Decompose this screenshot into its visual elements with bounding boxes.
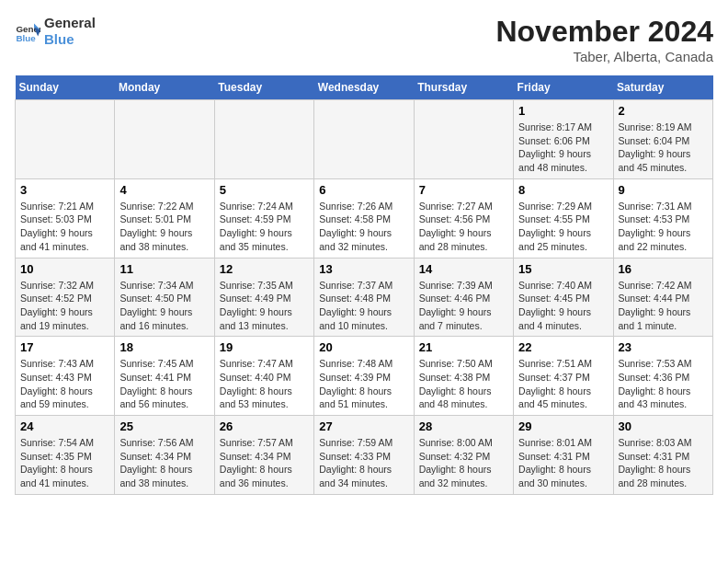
weekday-header-monday: Monday (115, 75, 214, 100)
week-row-4: 17Sunrise: 7:43 AM Sunset: 4:43 PM Dayli… (16, 337, 713, 416)
day-info: Sunrise: 7:29 AM Sunset: 4:55 PM Dayligh… (518, 200, 608, 254)
day-number: 14 (419, 262, 508, 276)
day-cell: 22Sunrise: 7:51 AM Sunset: 4:37 PM Dayli… (514, 337, 613, 416)
location: Taber, Alberta, Canada (495, 49, 713, 64)
day-number: 4 (119, 183, 209, 197)
weekday-header-tuesday: Tuesday (214, 75, 313, 100)
calendar-table: SundayMondayTuesdayWednesdayThursdayFrid… (15, 75, 713, 495)
day-cell: 1Sunrise: 8:17 AM Sunset: 6:06 PM Daylig… (514, 100, 613, 179)
day-info: Sunrise: 7:54 AM Sunset: 4:35 PM Dayligh… (20, 436, 109, 490)
day-info: Sunrise: 7:22 AM Sunset: 5:01 PM Dayligh… (119, 200, 209, 254)
day-number: 20 (319, 340, 408, 354)
day-info: Sunrise: 7:51 AM Sunset: 4:37 PM Dayligh… (518, 357, 608, 411)
day-info: Sunrise: 7:56 AM Sunset: 4:34 PM Dayligh… (119, 436, 209, 490)
day-info: Sunrise: 7:50 AM Sunset: 4:38 PM Dayligh… (419, 357, 508, 411)
day-cell: 14Sunrise: 7:39 AM Sunset: 4:46 PM Dayli… (414, 258, 513, 337)
logo-icon: General Blue (15, 18, 40, 44)
day-info: Sunrise: 7:39 AM Sunset: 4:46 PM Dayligh… (419, 279, 508, 333)
day-info: Sunrise: 7:21 AM Sunset: 5:03 PM Dayligh… (20, 200, 109, 254)
day-cell: 20Sunrise: 7:48 AM Sunset: 4:39 PM Dayli… (314, 337, 414, 416)
day-cell: 6Sunrise: 7:26 AM Sunset: 4:58 PM Daylig… (314, 178, 414, 258)
month-title: November 2024 (495, 15, 713, 49)
day-number: 3 (20, 183, 109, 197)
day-number: 29 (518, 419, 608, 433)
weekday-header-wednesday: Wednesday (314, 75, 414, 100)
day-number: 15 (518, 262, 608, 276)
day-info: Sunrise: 8:17 AM Sunset: 6:06 PM Dayligh… (518, 121, 608, 175)
day-cell (115, 100, 214, 179)
day-number: 13 (319, 262, 408, 276)
day-cell: 7Sunrise: 7:27 AM Sunset: 4:56 PM Daylig… (414, 178, 513, 258)
week-row-2: 3Sunrise: 7:21 AM Sunset: 5:03 PM Daylig… (16, 178, 713, 258)
day-cell: 28Sunrise: 8:00 AM Sunset: 4:32 PM Dayli… (414, 416, 513, 495)
day-number: 17 (20, 340, 109, 354)
day-cell: 25Sunrise: 7:56 AM Sunset: 4:34 PM Dayli… (115, 416, 214, 495)
day-number: 5 (220, 183, 309, 197)
page-header: General Blue General Blue November 2024 … (15, 15, 713, 64)
day-number: 11 (119, 262, 209, 276)
weekday-header-sunday: Sunday (16, 75, 115, 100)
logo: General Blue General Blue (15, 15, 96, 48)
day-number: 27 (319, 419, 408, 433)
week-row-5: 24Sunrise: 7:54 AM Sunset: 4:35 PM Dayli… (16, 416, 713, 495)
day-number: 23 (619, 340, 708, 354)
logo-general: General (44, 15, 96, 31)
day-number: 7 (419, 183, 508, 197)
day-number: 1 (518, 104, 608, 118)
day-cell: 19Sunrise: 7:47 AM Sunset: 4:40 PM Dayli… (214, 337, 313, 416)
weekday-header-saturday: Saturday (613, 75, 712, 100)
weekday-header-friday: Friday (514, 75, 613, 100)
day-cell: 8Sunrise: 7:29 AM Sunset: 4:55 PM Daylig… (514, 178, 613, 258)
day-cell: 17Sunrise: 7:43 AM Sunset: 4:43 PM Dayli… (16, 337, 115, 416)
day-info: Sunrise: 7:48 AM Sunset: 4:39 PM Dayligh… (319, 357, 408, 411)
day-number: 12 (220, 262, 309, 276)
day-cell: 12Sunrise: 7:35 AM Sunset: 4:49 PM Dayli… (214, 258, 313, 337)
day-number: 16 (619, 262, 708, 276)
day-cell: 26Sunrise: 7:57 AM Sunset: 4:34 PM Dayli… (214, 416, 313, 495)
day-number: 19 (220, 340, 309, 354)
week-row-3: 10Sunrise: 7:32 AM Sunset: 4:52 PM Dayli… (16, 258, 713, 337)
day-cell: 13Sunrise: 7:37 AM Sunset: 4:48 PM Dayli… (314, 258, 414, 337)
day-info: Sunrise: 7:26 AM Sunset: 4:58 PM Dayligh… (319, 200, 408, 254)
day-number: 9 (619, 183, 708, 197)
day-info: Sunrise: 7:57 AM Sunset: 4:34 PM Dayligh… (220, 436, 309, 490)
day-cell: 5Sunrise: 7:24 AM Sunset: 4:59 PM Daylig… (214, 178, 313, 258)
day-number: 6 (319, 183, 408, 197)
day-info: Sunrise: 7:42 AM Sunset: 4:44 PM Dayligh… (619, 279, 708, 333)
day-cell: 21Sunrise: 7:50 AM Sunset: 4:38 PM Dayli… (414, 337, 513, 416)
svg-text:Blue: Blue (16, 33, 36, 43)
day-cell: 18Sunrise: 7:45 AM Sunset: 4:41 PM Dayli… (115, 337, 214, 416)
day-number: 25 (119, 419, 209, 433)
day-cell: 30Sunrise: 8:03 AM Sunset: 4:31 PM Dayli… (613, 416, 712, 495)
day-cell: 16Sunrise: 7:42 AM Sunset: 4:44 PM Dayli… (613, 258, 712, 337)
day-info: Sunrise: 7:27 AM Sunset: 4:56 PM Dayligh… (419, 200, 508, 254)
logo-blue: Blue (44, 31, 96, 48)
day-number: 26 (220, 419, 309, 433)
week-row-1: 1Sunrise: 8:17 AM Sunset: 6:06 PM Daylig… (16, 100, 713, 179)
day-info: Sunrise: 7:31 AM Sunset: 4:53 PM Dayligh… (619, 200, 708, 254)
day-cell (314, 100, 414, 179)
day-cell: 29Sunrise: 8:01 AM Sunset: 4:31 PM Dayli… (514, 416, 613, 495)
day-cell: 15Sunrise: 7:40 AM Sunset: 4:45 PM Dayli… (514, 258, 613, 337)
day-info: Sunrise: 7:24 AM Sunset: 4:59 PM Dayligh… (220, 200, 309, 254)
day-number: 2 (619, 104, 708, 118)
day-cell: 9Sunrise: 7:31 AM Sunset: 4:53 PM Daylig… (613, 178, 712, 258)
day-number: 24 (20, 419, 109, 433)
day-cell: 4Sunrise: 7:22 AM Sunset: 5:01 PM Daylig… (115, 178, 214, 258)
day-info: Sunrise: 7:59 AM Sunset: 4:33 PM Dayligh… (319, 436, 408, 490)
day-number: 28 (419, 419, 508, 433)
day-number: 18 (119, 340, 209, 354)
day-info: Sunrise: 7:32 AM Sunset: 4:52 PM Dayligh… (20, 279, 109, 333)
day-info: Sunrise: 8:00 AM Sunset: 4:32 PM Dayligh… (419, 436, 508, 490)
day-cell: 11Sunrise: 7:34 AM Sunset: 4:50 PM Dayli… (115, 258, 214, 337)
day-info: Sunrise: 7:37 AM Sunset: 4:48 PM Dayligh… (319, 279, 408, 333)
day-cell: 2Sunrise: 8:19 AM Sunset: 6:04 PM Daylig… (613, 100, 712, 179)
day-info: Sunrise: 7:43 AM Sunset: 4:43 PM Dayligh… (20, 357, 109, 411)
day-info: Sunrise: 7:45 AM Sunset: 4:41 PM Dayligh… (119, 357, 209, 411)
day-cell: 27Sunrise: 7:59 AM Sunset: 4:33 PM Dayli… (314, 416, 414, 495)
day-cell (214, 100, 313, 179)
day-number: 8 (518, 183, 608, 197)
day-info: Sunrise: 8:03 AM Sunset: 4:31 PM Dayligh… (619, 436, 708, 490)
day-info: Sunrise: 7:40 AM Sunset: 4:45 PM Dayligh… (518, 279, 608, 333)
title-block: November 2024 Taber, Alberta, Canada (495, 15, 713, 64)
